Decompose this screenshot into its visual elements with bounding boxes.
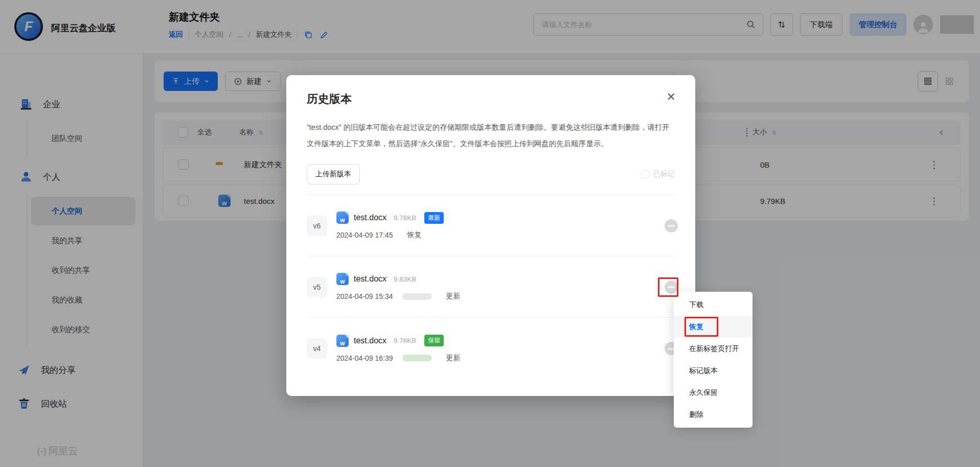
version-file-name: test.docx (354, 336, 386, 345)
menu-item-delete[interactable]: 删除 (674, 404, 753, 426)
marked-checkbox[interactable] (641, 170, 649, 178)
keep-tag: 保留 (424, 335, 444, 346)
word-file-icon: w (336, 273, 349, 285)
annotation-box-restore-item (685, 317, 718, 337)
menu-item-download[interactable]: 下载 (674, 294, 753, 316)
upload-new-version-button[interactable]: 上传新版本 (307, 164, 360, 184)
modal-description: “test.docx” 的旧版本可能会在超过设定的存储期限或版本数量后遭到删除。… (307, 119, 675, 152)
version-file-size: 9.83KB (394, 275, 416, 283)
word-file-icon: w (336, 335, 349, 347)
version-row-v5: v5 w test.docx 9.83KB 2024-04-09 15:34 更… (307, 256, 675, 318)
version-info: w test.docx 9.78KB 最新 2024-04-09 17:45 恢… (336, 212, 444, 240)
word-letter: w (340, 278, 345, 285)
version-row-v6: v6 w test.docx 9.78KB 最新 2024-04-09 17:4… (307, 195, 675, 256)
word-letter: w (340, 340, 345, 347)
version-date: 2024-04-09 16:39 (336, 354, 393, 362)
word-letter: w (340, 217, 345, 224)
menu-item-open-new-tab[interactable]: 在新标签页打开 (674, 338, 753, 360)
version-file-size: 9.78KB (394, 214, 416, 222)
modal-title: 历史版本 (307, 75, 675, 107)
marked-label: 已标记 (653, 170, 675, 179)
version-badge: v5 (307, 277, 327, 297)
version-operation: 恢复 (407, 230, 422, 240)
menu-item-mark-version[interactable]: 标记版本 (674, 360, 753, 382)
version-file-name: test.docx (354, 213, 386, 222)
version-operation: 更新 (446, 292, 461, 301)
word-file-icon: w (336, 212, 349, 224)
version-context-menu: 下载 恢复 在新标签页打开 标记版本 永久保留 删除 (674, 292, 753, 428)
annotation-box-more-button (658, 277, 678, 297)
version-operation: 更新 (446, 354, 461, 363)
redacted-user-chip (402, 293, 432, 300)
version-row-v4: v4 w test.docx 9.78KB 保留 2024-04-09 16:3… (307, 318, 675, 379)
menu-item-keep-forever[interactable]: 永久保留 (674, 382, 753, 404)
history-version-modal: 历史版本 ✕ “test.docx” 的旧版本可能会在超过设定的存储期限或版本数… (286, 75, 695, 396)
modal-action-row: 上传新版本 已标记 (307, 164, 675, 184)
close-icon[interactable]: ✕ (667, 91, 676, 103)
latest-tag: 最新 (424, 212, 444, 224)
version-info: w test.docx 9.78KB 保留 2024-04-09 16:39 更… (336, 335, 461, 363)
redacted-user-chip (402, 355, 432, 361)
more-button[interactable]: ••• (665, 219, 678, 232)
version-info: w test.docx 9.83KB 2024-04-09 15:34 更新 (336, 273, 461, 301)
version-file-size: 9.78KB (394, 337, 416, 344)
version-date: 2024-04-09 15:34 (336, 292, 393, 300)
version-badge: v4 (307, 338, 327, 359)
version-badge: v6 (307, 216, 327, 236)
version-date: 2024-04-09 17:45 (336, 231, 393, 239)
marked-filter[interactable]: 已标记 (641, 170, 675, 179)
version-file-name: test.docx (354, 274, 386, 284)
